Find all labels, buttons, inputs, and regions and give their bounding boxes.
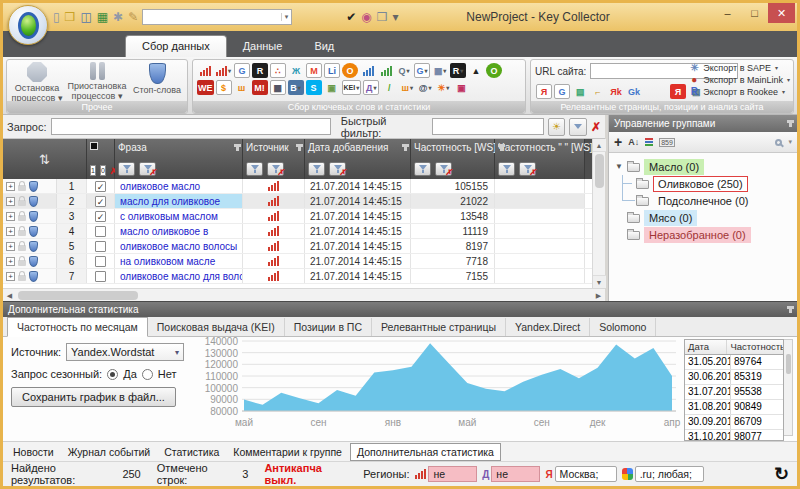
google-keywords-icon[interactable]: G bbox=[234, 63, 250, 78]
row-checkbox[interactable] bbox=[95, 271, 106, 282]
tree-item-масло[interactable]: ▼Масло (0) bbox=[609, 158, 797, 175]
liveinternet-icon[interactable]: Li bbox=[324, 63, 340, 78]
phrase-cell[interactable]: оливковое масло волосы bbox=[115, 239, 243, 253]
thumbs-up-icon[interactable]: ▲ bbox=[468, 63, 484, 78]
bottom-tab-5[interactable]: Дополнительная статистика bbox=[350, 443, 501, 461]
ribbon-tab-вид[interactable]: Вид bbox=[298, 36, 350, 57]
phrase-cell[interactable]: масло для оливковое bbox=[115, 194, 243, 208]
captcha-icon[interactable]: ◉ bbox=[361, 10, 371, 24]
yandex-kei-icon[interactable]: Яk bbox=[608, 84, 624, 99]
horizontal-scrollbar[interactable]: ◀ ▶ bbox=[3, 288, 605, 301]
h-scroll-thumb[interactable] bbox=[18, 291, 138, 300]
collapse-arrow-icon[interactable]: ▼ bbox=[615, 162, 626, 171]
gift-icon[interactable]: ▣ bbox=[453, 80, 469, 95]
column-pin-icon[interactable] bbox=[298, 144, 301, 151]
ribbon-tab-данные[interactable]: Данные bbox=[227, 36, 299, 57]
scroll-right-icon[interactable]: ▶ bbox=[592, 289, 605, 302]
calculator-icon[interactable]: ▦ bbox=[270, 80, 286, 95]
row-checkbox[interactable]: ✓ bbox=[95, 211, 106, 222]
keyword-row[interactable]: +6на оливковом масле21.07.2014 14:45:157… bbox=[3, 254, 605, 269]
combo-dropdown-icon[interactable]: ▾ bbox=[281, 13, 292, 21]
export-page-icon[interactable]: ▤ bbox=[572, 84, 588, 99]
select-all-icon[interactable] bbox=[90, 142, 98, 150]
sort-color-button[interactable] bbox=[645, 138, 653, 146]
arrange-icon[interactable]: ⇅ bbox=[39, 152, 50, 167]
filter-hint-button[interactable]: ☀ bbox=[548, 118, 566, 136]
apply-check-icon[interactable]: ✔ bbox=[346, 10, 356, 24]
quick-filter-input[interactable] bbox=[432, 118, 544, 135]
bottom-tab-2[interactable]: Журнал событий bbox=[62, 444, 157, 460]
seopult-icon[interactable]: $ bbox=[216, 80, 232, 95]
row-checkbox[interactable]: ✓ bbox=[95, 181, 106, 192]
spy-icon[interactable]: @▾ bbox=[417, 80, 433, 95]
tree-item-подсолнечное[interactable]: Подсолнечное (0) bbox=[609, 192, 797, 209]
expand-row-icon[interactable]: + bbox=[6, 212, 15, 221]
freq-scroll-thumb[interactable] bbox=[786, 354, 791, 374]
vertical-scrollbar[interactable]: ▲ ▼ bbox=[592, 139, 605, 288]
toolbar-options-icon[interactable]: ▾ bbox=[393, 10, 399, 24]
keyword-row[interactable]: +5оливковое масло волосы21.07.2014 14:45… bbox=[3, 239, 605, 254]
minimize-button[interactable]: – bbox=[714, 3, 741, 23]
direct-icon[interactable]: Д▾ bbox=[363, 80, 379, 95]
column-filter-button[interactable] bbox=[246, 162, 263, 176]
wordstat-deep-bars-icon[interactable]: ▾ bbox=[215, 63, 232, 78]
check-all-button[interactable]: 1 bbox=[90, 165, 96, 176]
column-header-frequency-ws[interactable]: Частотность [WS]✗ bbox=[411, 139, 495, 179]
region-value[interactable]: .ru; любая; ... bbox=[635, 466, 704, 482]
column-filter-button[interactable] bbox=[498, 162, 515, 176]
wordstat-bars-icon[interactable] bbox=[197, 63, 213, 78]
v-scroll-thumb[interactable] bbox=[595, 154, 604, 188]
column-header-date-added[interactable]: Дата добавления✗ bbox=[305, 139, 411, 179]
region-value[interactable]: не задан bbox=[491, 466, 540, 482]
column-header-frequency-quoted-ws[interactable]: Частотность " " [WS]✗ bbox=[495, 139, 585, 179]
expand-row-icon[interactable]: + bbox=[6, 272, 15, 281]
hand-tools-icon[interactable]: ш▾ bbox=[399, 80, 415, 95]
new-project-icon[interactable]: ▯ bbox=[53, 10, 60, 24]
search-groups-icon[interactable] bbox=[775, 139, 782, 146]
stats-tab-6[interactable]: Solomono bbox=[590, 318, 656, 336]
expand-row-icon[interactable]: + bbox=[6, 227, 15, 236]
tools-wand-icon[interactable]: ✎ bbox=[128, 10, 138, 24]
save-project-icon[interactable]: ◫ bbox=[80, 10, 91, 24]
apply-filter-button[interactable] bbox=[569, 118, 587, 136]
counter-badge[interactable]: 859 bbox=[659, 138, 675, 147]
uncheck-all-button[interactable]: 0 bbox=[100, 165, 106, 176]
column-header-source[interactable]: Источник✗ bbox=[243, 139, 305, 179]
export-mainlink-button[interactable]: ●Экспорт в MainLink▾ bbox=[688, 74, 790, 85]
stop-words-button[interactable]: Стоп-слова bbox=[128, 61, 186, 100]
keyword-row[interactable]: +1✓оливковое масло21.07.2014 14:45:15105… bbox=[3, 179, 605, 194]
save-chart-button[interactable]: Сохранить график в файл... bbox=[11, 387, 176, 407]
clear-column-filter-button[interactable]: ✗ bbox=[329, 162, 346, 176]
yandex-positions-icon[interactable]: Я bbox=[670, 84, 686, 99]
clear-column-filter-button[interactable]: ✗ bbox=[267, 162, 284, 176]
stop-processes-button[interactable]: Остановкапроцессов ▾ bbox=[8, 61, 66, 100]
expand-row-icon[interactable]: + bbox=[6, 242, 15, 251]
webeffector-icon[interactable]: WE bbox=[197, 80, 214, 95]
row-checkbox[interactable] bbox=[95, 241, 106, 252]
phrase-cell[interactable]: оливковое масло для волос bbox=[115, 269, 243, 283]
butterfly-icon[interactable]: Ж bbox=[288, 63, 304, 78]
skype-icon[interactable]: S bbox=[306, 80, 322, 95]
gallery-icon[interactable]: ▣ bbox=[324, 80, 340, 95]
tree-item-мясо[interactable]: Мясо (0) bbox=[609, 209, 797, 226]
mailru-icon[interactable]: M bbox=[306, 63, 322, 78]
row-checkbox[interactable] bbox=[95, 256, 106, 267]
ok-circle-icon[interactable]: O bbox=[486, 63, 502, 78]
query-input[interactable] bbox=[51, 118, 331, 135]
scroll-left-icon[interactable]: ◀ bbox=[3, 289, 16, 302]
keyword-row[interactable]: +3✓с оливковым маслом21.07.2014 14:45:15… bbox=[3, 209, 605, 224]
rambler-suggest-icon[interactable]: R▾ bbox=[450, 63, 466, 78]
kei-icon[interactable]: KEI▾ bbox=[342, 80, 362, 95]
broom-icon[interactable]: ⌐ bbox=[590, 84, 606, 99]
stats-tab-2[interactable]: Поисковая выдача (KEI) bbox=[148, 318, 285, 336]
google-kei-icon[interactable]: Gk bbox=[626, 84, 642, 99]
freq-table-scrollbar[interactable] bbox=[784, 339, 793, 436]
tree-item-неразобранное[interactable]: Неразобранное (0) bbox=[609, 226, 797, 243]
leaf-icon[interactable]: / bbox=[381, 80, 397, 95]
keyword-row[interactable]: +2✓масло для оливковое21.07.2014 14:45:1… bbox=[3, 194, 605, 209]
google-suggest-icon[interactable]: G▾ bbox=[414, 63, 430, 78]
clear-column-filter-button[interactable]: ✗ bbox=[519, 162, 536, 176]
sort-az-button[interactable]: A↓ bbox=[628, 137, 639, 147]
quick-search-combo[interactable]: ▾ bbox=[142, 9, 292, 25]
chart-blue-icon[interactable] bbox=[360, 63, 376, 78]
